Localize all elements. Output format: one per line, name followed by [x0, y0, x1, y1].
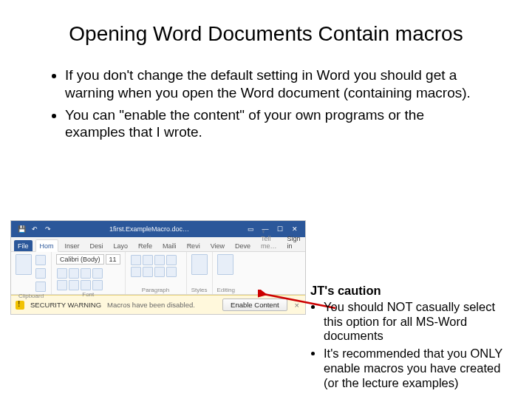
text-effects-icon[interactable] [69, 280, 79, 290]
tab-tell-me[interactable]: ♀ Tell me… [257, 225, 281, 251]
group-editing: Editing [213, 252, 239, 294]
redo-icon[interactable]: ↷ [44, 225, 52, 233]
bold-icon[interactable] [57, 268, 67, 279]
save-icon[interactable]: 💾 [17, 225, 26, 233]
word-window: 💾 ↶ ↷ 1first.ExampleMacro.doc… ▭ — ☐ ✕ F… [10, 220, 306, 315]
caution-item: It's recommended that you ONLY enable ma… [324, 347, 517, 390]
multilevel-icon[interactable] [154, 255, 165, 265]
shield-warning-icon [16, 301, 24, 310]
tab-file[interactable]: File [14, 240, 33, 251]
security-warning-bar: SECURITY WARNING Macros have been disabl… [11, 295, 305, 314]
align-right-icon[interactable] [143, 267, 153, 277]
bullet-item: You can "enable the content" of your own… [65, 106, 488, 142]
tab-insert[interactable]: Inser [61, 240, 83, 251]
group-label: Editing [217, 287, 235, 293]
highlight-icon[interactable] [81, 280, 91, 290]
italic-icon[interactable] [69, 268, 79, 279]
enable-content-button[interactable]: Enable Content [222, 299, 287, 311]
tab-design[interactable]: Desi [86, 240, 107, 251]
strike-icon[interactable] [92, 268, 103, 279]
group-font: Calibri (Body) 11 Font [52, 252, 126, 294]
bullets-icon[interactable] [131, 255, 141, 265]
tab-mailings[interactable]: Maili [159, 240, 180, 251]
ribbon-tabs: File Hom Inser Desi Layo Refe Maili Revi… [11, 237, 305, 252]
caution-item: You should NOT casually select this opti… [324, 300, 517, 344]
font-color-icon[interactable] [92, 280, 103, 290]
styles-gallery-icon[interactable] [191, 254, 208, 275]
slide-title: Opening Word Documents Contain macros [44, 22, 488, 46]
group-label: Clipboard [16, 293, 47, 299]
caution-heading: JT's caution [310, 284, 517, 299]
tab-developer[interactable]: Deve [231, 240, 254, 251]
shading-icon[interactable] [166, 267, 177, 277]
group-paragraph: Paragraph [126, 252, 187, 294]
bullet-item: If you don't change the default setting … [65, 66, 488, 102]
ribbon-options-icon[interactable]: ▭ [246, 225, 255, 233]
align-left-icon[interactable] [166, 255, 177, 265]
close-warning-icon[interactable]: × [293, 301, 301, 310]
font-name-select[interactable]: Calibri (Body) [56, 254, 104, 265]
group-clipboard: Clipboard [11, 252, 52, 294]
ribbon: Clipboard Calibri (Body) 11 [11, 252, 305, 295]
tab-references[interactable]: Refe [134, 240, 156, 251]
underline-icon[interactable] [81, 268, 91, 279]
caution-box: JT's caution You should NOT casually sel… [310, 284, 517, 394]
line-spacing-icon[interactable] [154, 267, 165, 277]
security-warning-message: Macros have been disabled. [107, 301, 216, 309]
tab-layout[interactable]: Layo [110, 240, 132, 251]
group-styles: Styles [187, 252, 213, 294]
group-label: Font [56, 291, 120, 298]
format-painter-icon[interactable] [35, 282, 46, 292]
find-icon[interactable] [217, 254, 233, 275]
copy-icon[interactable] [35, 268, 46, 279]
undo-icon[interactable]: ↶ [30, 225, 39, 233]
subscript-icon[interactable] [57, 280, 67, 290]
numbering-icon[interactable] [143, 255, 153, 265]
paste-icon[interactable] [16, 254, 32, 275]
tab-home[interactable]: Hom [35, 239, 58, 252]
document-title: 1first.ExampleMacro.doc… [52, 225, 246, 233]
security-warning-label: SECURITY WARNING [30, 301, 101, 309]
group-label: Paragraph [130, 287, 182, 293]
main-bullet-list: If you don't change the default setting … [44, 66, 488, 141]
tab-view[interactable]: View [207, 240, 228, 251]
align-center-icon[interactable] [131, 267, 141, 277]
tab-review[interactable]: Revi [183, 240, 204, 251]
group-label: Styles [191, 287, 208, 293]
sign-in-link[interactable]: Sign in [284, 233, 304, 251]
font-size-select[interactable]: 11 [106, 254, 120, 265]
cut-icon[interactable] [35, 255, 46, 265]
